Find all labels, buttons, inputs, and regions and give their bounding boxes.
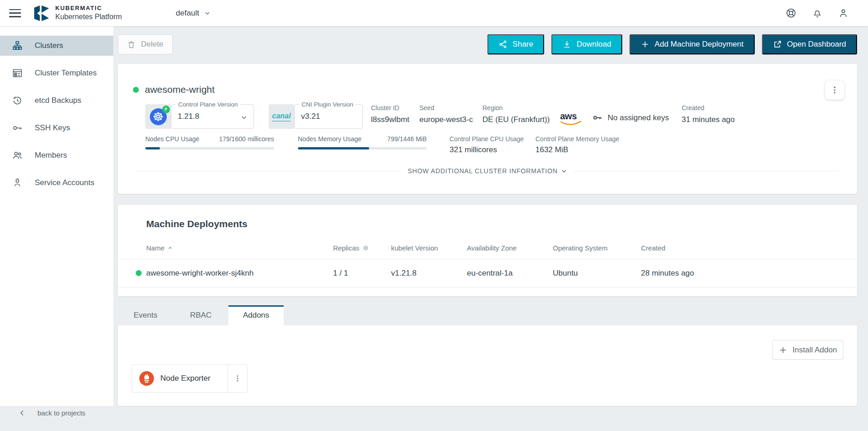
sidebar-item-members[interactable]: Members xyxy=(0,145,113,165)
sidebar-item-label: Clusters xyxy=(35,41,63,50)
addon-name: Node Exporter xyxy=(160,374,228,383)
members-icon xyxy=(12,150,23,161)
md-availability-zone: eu-central-1a xyxy=(467,269,553,278)
tab-events[interactable]: Events xyxy=(118,305,173,325)
cluster-templates-icon xyxy=(12,68,23,79)
sidebar-item-label: Members xyxy=(35,151,67,160)
open-dashboard-button[interactable]: Open Dashboard xyxy=(762,34,857,54)
nodes-cpu-usage: Nodes CPU Usage 179/1600 millicores xyxy=(145,135,274,149)
control-plane-cpu-usage: Control Plane CPU Usage 321 millicores xyxy=(450,135,532,154)
column-header-availability-zone[interactable]: Availability Zone xyxy=(467,244,553,252)
notifications-icon[interactable] xyxy=(812,8,823,19)
menu-icon[interactable] xyxy=(9,9,21,17)
tab-rbac[interactable]: RBAC xyxy=(173,305,228,325)
download-icon xyxy=(562,40,572,49)
plus-icon xyxy=(640,40,650,49)
back-to-projects-link[interactable]: back to projects xyxy=(18,409,85,417)
kebab-icon xyxy=(233,374,242,383)
cluster-menu-button[interactable] xyxy=(825,80,844,100)
share-icon xyxy=(498,40,508,49)
install-addon-button[interactable]: Install Addon xyxy=(772,340,843,360)
brand-name: KUBERMATIC xyxy=(55,5,122,12)
sidebar-item-clusters[interactable]: Clusters xyxy=(0,36,113,56)
cluster-created-value: 31 minutes ago xyxy=(682,115,735,124)
key-icon xyxy=(12,122,23,133)
cluster-created-block: Created 31 minutes ago xyxy=(682,104,735,124)
row-status-dot xyxy=(136,270,142,276)
md-operating-system: Ubuntu xyxy=(553,269,641,278)
chevron-down-icon xyxy=(204,10,211,17)
md-replicas: 1 / 1 xyxy=(333,269,391,278)
nodes-memory-usage-bar xyxy=(298,147,427,149)
tab-addons[interactable]: Addons xyxy=(228,305,284,325)
column-header-kubelet-version[interactable]: kubelet Version xyxy=(391,244,467,252)
region-block: Region DE (EU (Frankfurt)) xyxy=(482,104,550,124)
cluster-id-block: Cluster ID l8ss9wlbmt xyxy=(371,104,409,124)
plus-icon xyxy=(778,346,788,355)
sidebar-item-cluster-templates[interactable]: Cluster Templates xyxy=(0,63,113,83)
column-header-operating-system[interactable]: Operating System xyxy=(553,244,641,252)
history-icon xyxy=(12,95,23,106)
key-icon xyxy=(592,112,603,123)
md-kubelet-version: v1.21.8 xyxy=(391,269,467,278)
canal-icon: canal xyxy=(269,104,294,129)
delete-button[interactable]: Delete xyxy=(118,34,173,54)
control-plane-cpu-value: 321 millicores xyxy=(450,145,532,154)
upgrade-available-icon xyxy=(162,106,170,113)
region-value: DE (EU (Frankfurt)) xyxy=(482,115,550,124)
control-plane-memory-usage: Control Plane Memory Usage 1632 MiB xyxy=(535,135,636,154)
control-plane-version-select[interactable]: Control Plane Version 1.21.8 xyxy=(171,104,254,129)
sidebar-item-ssh-keys[interactable]: SSH Keys xyxy=(0,118,113,138)
sidebar-item-etcd-backups[interactable]: etcd Backups xyxy=(0,90,113,111)
seed-value: europe-west3-c xyxy=(419,115,473,124)
user-icon[interactable] xyxy=(838,8,849,19)
seed-block: Seed europe-west3-c xyxy=(419,104,473,124)
md-name: awesome-wright-worker-sj4knh xyxy=(146,269,333,278)
chevron-down-icon xyxy=(240,113,248,122)
machine-deployment-row[interactable]: awesome-wright-worker-sj4knh 1 / 1 v1.21… xyxy=(118,259,857,287)
sidebar-item-label: SSH Keys xyxy=(35,123,70,133)
info-icon xyxy=(362,245,369,251)
nodes-memory-usage: Nodes Memory Usage 799/1446 MiB xyxy=(298,135,427,149)
sort-asc-icon xyxy=(167,245,173,251)
control-plane-memory-value: 1632 MiB xyxy=(535,145,636,154)
nodes-cpu-usage-bar xyxy=(145,147,274,149)
cluster-tabs: Events RBAC Addons xyxy=(118,305,284,325)
cluster-card: awesome-wright ☸ Control Plane Version 1… xyxy=(118,64,857,194)
top-bar: KUBERMATIC Kubernetes Platform default xyxy=(0,0,868,26)
sidebar-item-label: Cluster Templates xyxy=(35,69,97,78)
aws-provider-icon: aws xyxy=(560,112,582,126)
sidebar-item-service-accounts[interactable]: Service Accounts xyxy=(0,173,113,193)
cni-plugin-version-select[interactable]: CNI Plugin Version v3.21 xyxy=(294,104,363,129)
kubermatic-logo-icon xyxy=(33,4,50,22)
trash-icon xyxy=(127,40,136,49)
column-header-name[interactable]: Name xyxy=(146,244,333,252)
project-selector[interactable]: default xyxy=(176,9,211,18)
add-machine-deployment-button[interactable]: Add Machine Deployment xyxy=(630,34,755,54)
nodes-cpu-usage-value: 179/1600 millicores xyxy=(219,135,274,143)
addon-menu-button[interactable] xyxy=(228,374,247,383)
chevron-down-icon xyxy=(561,168,567,175)
external-link-icon xyxy=(773,40,782,49)
prometheus-icon xyxy=(139,371,154,386)
kubernetes-icon: ☸ xyxy=(145,104,171,129)
cluster-status-dot xyxy=(133,87,139,93)
cluster-name: awesome-wright xyxy=(145,84,215,95)
ssh-keys-block: No assigned keys xyxy=(592,112,669,123)
kebab-icon xyxy=(830,85,839,95)
machine-deployments-title: Machine Deployments xyxy=(146,218,248,229)
help-icon[interactable] xyxy=(785,7,797,19)
addon-card-node-exporter: Node Exporter xyxy=(132,364,248,393)
md-created: 28 minutes ago xyxy=(641,269,857,278)
cni-plugin-version-control: canal CNI Plugin Version v3.21 xyxy=(269,104,363,129)
nodes-memory-usage-value: 799/1446 MiB xyxy=(387,135,427,143)
project-name: default xyxy=(176,9,199,18)
machine-deployments-table-header: Name Replicas kubelet Version Availabili… xyxy=(118,244,857,252)
column-header-replicas[interactable]: Replicas xyxy=(333,244,391,252)
share-button[interactable]: Share xyxy=(487,34,544,54)
sidebar-item-label: etcd Backups xyxy=(35,96,81,105)
download-button[interactable]: Download xyxy=(551,34,622,54)
column-header-created[interactable]: Created xyxy=(641,244,857,252)
control-plane-version-control: ☸ Control Plane Version 1.21.8 xyxy=(145,104,254,129)
show-additional-cluster-information-link[interactable]: SHOW ADDITIONAL CLUSTER INFORMATION xyxy=(408,167,567,175)
